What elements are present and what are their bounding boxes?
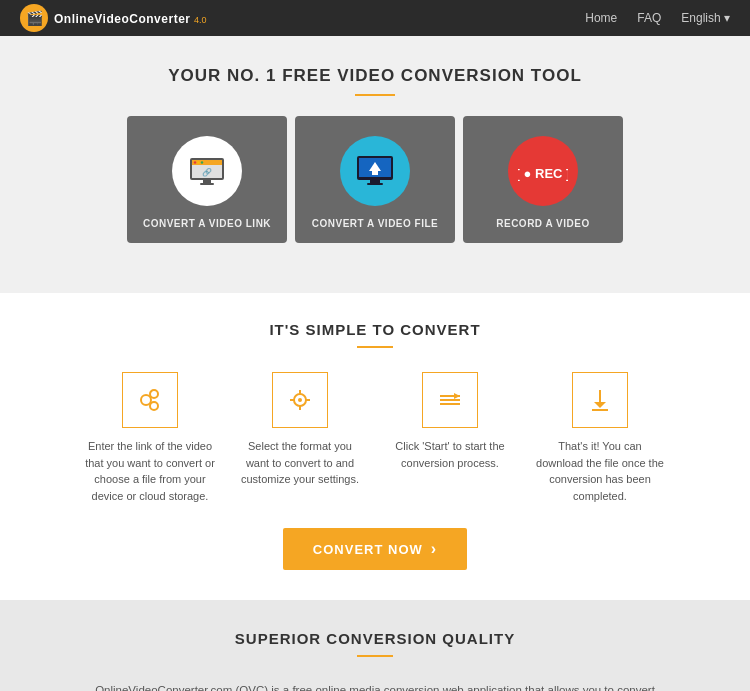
nav-language[interactable]: English ▾ xyxy=(681,11,730,25)
svg-rect-14 xyxy=(372,171,378,175)
card-link-icon: 🔗 xyxy=(172,136,242,206)
logo-text: OnlineVideoConverter xyxy=(54,12,190,26)
card-video-file[interactable]: CONVERT A VIDEO FILE xyxy=(295,116,455,243)
convert-btn-arrow-icon: › xyxy=(431,540,437,558)
card-record-video[interactable]: [ ● REC ] RECORD A VIDEO xyxy=(463,116,623,243)
video-file-svg xyxy=(350,146,400,196)
hero-divider xyxy=(355,94,395,96)
svg-point-16 xyxy=(141,395,151,405)
step-4-icon xyxy=(572,372,628,428)
record-svg: [ ● REC ] xyxy=(518,146,568,196)
step-4-text: That's it! You can download the file onc… xyxy=(535,438,665,504)
svg-point-4 xyxy=(197,161,199,163)
svg-rect-2 xyxy=(192,160,222,165)
nav-links: Home FAQ English ▾ xyxy=(585,11,730,25)
how-divider xyxy=(357,346,393,348)
how-title: IT'S SIMPLE TO CONVERT xyxy=(20,321,730,338)
hero-section: YOUR NO. 1 FREE VIDEO CONVERSION TOOL xyxy=(0,36,750,293)
svg-marker-31 xyxy=(454,393,460,399)
step-2-text: Select the format you want to convert to… xyxy=(235,438,365,488)
hero-title: YOUR NO. 1 FREE VIDEO CONVERSION TOOL xyxy=(20,66,730,86)
logo[interactable]: 🎬 OnlineVideoConverter 4.0 xyxy=(20,4,207,32)
convert-btn-wrapper: CONVERT NOW › xyxy=(20,528,730,570)
card-file-label: CONVERT A VIDEO FILE xyxy=(312,218,439,229)
svg-text:🔗: 🔗 xyxy=(202,167,212,177)
steps-container: Enter the link of the video that you wan… xyxy=(20,372,730,504)
card-file-icon xyxy=(340,136,410,206)
step-1: Enter the link of the video that you wan… xyxy=(85,372,215,504)
svg-line-20 xyxy=(151,397,152,398)
quality-divider xyxy=(357,655,393,657)
card-record-icon: [ ● REC ] xyxy=(508,136,578,206)
svg-point-23 xyxy=(298,398,302,402)
step-4: That's it! You can download the file onc… xyxy=(535,372,665,504)
card-video-link[interactable]: 🔗 CONVERT A VIDEO LINK xyxy=(127,116,287,243)
svg-point-3 xyxy=(194,161,196,163)
step-1-text: Enter the link of the video that you wan… xyxy=(85,438,215,504)
convert-btn-label: CONVERT NOW xyxy=(313,542,423,557)
how-section: IT'S SIMPLE TO CONVERT Enter the link of… xyxy=(0,293,750,600)
step-2-icon xyxy=(272,372,328,428)
quality-title: SUPERIOR CONVERSION QUALITY xyxy=(60,630,690,647)
video-link-svg: 🔗 xyxy=(184,148,230,194)
svg-text:[ ● REC ]: [ ● REC ] xyxy=(518,166,568,181)
step-3-text: Click 'Start' to start the conversion pr… xyxy=(385,438,515,471)
feature-cards: 🔗 CONVERT A VIDEO LINK C xyxy=(20,116,730,273)
convert-now-button[interactable]: CONVERT NOW › xyxy=(283,528,467,570)
logo-icon: 🎬 xyxy=(20,4,48,32)
svg-point-5 xyxy=(201,161,203,163)
card-record-label: RECORD A VIDEO xyxy=(496,218,590,229)
step-1-icon xyxy=(122,372,178,428)
svg-rect-7 xyxy=(200,183,214,185)
card-link-label: CONVERT A VIDEO LINK xyxy=(143,218,271,229)
nav-home[interactable]: Home xyxy=(585,11,617,25)
logo-version: 4.0 xyxy=(194,15,207,25)
step-2: Select the format you want to convert to… xyxy=(235,372,365,504)
nav-faq[interactable]: FAQ xyxy=(637,11,661,25)
quality-section: SUPERIOR CONVERSION QUALITY OnlineVideoC… xyxy=(0,600,750,691)
svg-rect-12 xyxy=(367,183,383,185)
svg-marker-33 xyxy=(594,402,606,408)
step-3-icon xyxy=(422,372,478,428)
quality-text: OnlineVideoConverter.com (OVC) is a free… xyxy=(85,681,665,691)
step-3: Click 'Start' to start the conversion pr… xyxy=(385,372,515,504)
